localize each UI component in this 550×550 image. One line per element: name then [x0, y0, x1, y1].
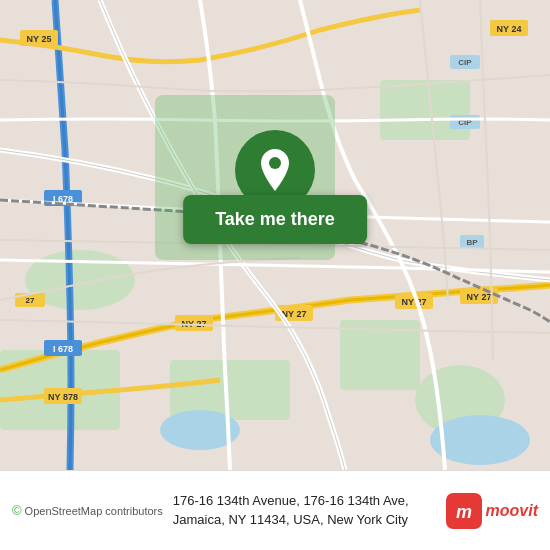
bottom-bar: © OpenStreetMap contributors 176-16 134t… — [0, 470, 550, 550]
osm-credit: © OpenStreetMap contributors — [12, 503, 163, 518]
moovit-logo: m moovit — [446, 493, 538, 529]
svg-text:m: m — [456, 502, 472, 522]
map-view: NY 27 NY 27 NY 27 NY 27 I 678 I 678 NY 8… — [0, 0, 550, 470]
svg-text:NY 27: NY 27 — [467, 292, 492, 302]
moovit-label: moovit — [486, 502, 538, 520]
moovit-icon-svg: m — [446, 493, 482, 529]
svg-text:I 678: I 678 — [53, 344, 73, 354]
svg-text:NY 27: NY 27 — [402, 297, 427, 307]
svg-text:NY 878: NY 878 — [48, 392, 78, 402]
svg-text:NY 25: NY 25 — [27, 34, 52, 44]
svg-text:BP: BP — [466, 238, 478, 247]
osm-credit-text: OpenStreetMap contributors — [25, 505, 163, 517]
svg-text:27: 27 — [26, 296, 35, 305]
svg-point-36 — [269, 157, 281, 169]
copyright-icon: © — [12, 503, 22, 518]
take-me-there-button[interactable]: Take me there — [183, 195, 367, 244]
svg-text:CIP: CIP — [458, 58, 472, 67]
svg-rect-3 — [380, 80, 470, 140]
svg-text:NY 24: NY 24 — [497, 24, 522, 34]
address-text: 176-16 134th Avenue, 176-16 134th Ave, J… — [173, 492, 436, 528]
